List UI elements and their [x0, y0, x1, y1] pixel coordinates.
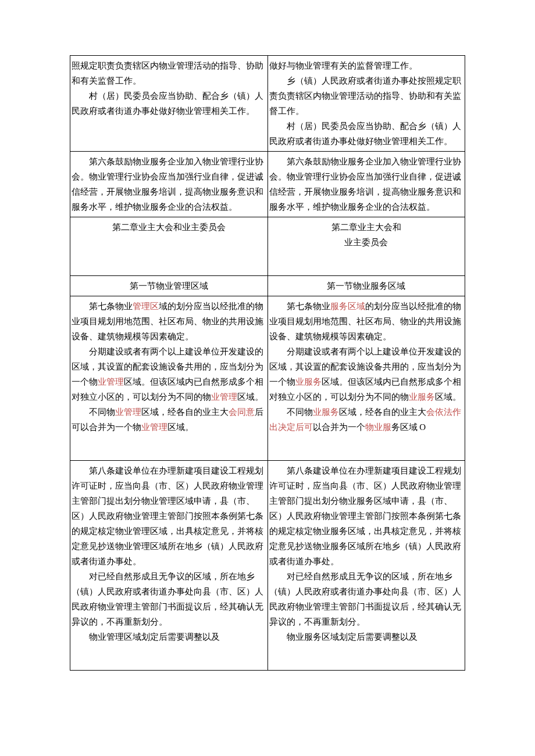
comparison-cell: 第七条物业管理区域的划分应当以经批准的物业项目规划用地范围、社区布局、物业的共用…	[70, 296, 268, 461]
comparison-cell: 第六条鼓励物业服务企业加入物业管理行业协会。物业管理行业协会应当加强行业自律，促…	[70, 152, 268, 217]
paragraph: 对已经自然形成且无争议的区域，所在地乡（镇）人民政府或者街道办事处向县（市、区）…	[269, 569, 464, 629]
text-run: 第一节物业管理区域	[130, 281, 208, 291]
comparison-cell: 第八条建设单位在办理新建项目建设工程规划许可证时，应当向县（市、区）人民政府物业…	[70, 461, 268, 671]
text-run: 第八条建设单位在办理新建项目建设工程规划许可证时，应当向县（市、区）人民政府物业…	[269, 466, 461, 566]
paragraph: 对已经自然形成且无争议的区域，所在地乡（镇）人民政府或者街道办事处向县（市、区）…	[72, 569, 266, 629]
comparison-cell: 第一节物业服务区域	[268, 276, 465, 296]
paragraph: 第七条物业管理区域的划分应当以经批准的物业项目规划用地范围、社区布局、物业的共用…	[72, 299, 266, 344]
table-row: 第八条建设单位在办理新建项目建设工程规划许可证时，应当向县（市、区）人民政府物业…	[70, 461, 465, 671]
paragraph: 第八条建设单位在办理新建项目建设工程规划许可证时，应当向县（市、区）人民政府物业…	[269, 463, 464, 569]
text-run: 区域。	[167, 422, 194, 432]
text-run: 村（居）民委员会应当协助、配合乡（镇）人民政府或者街道办事处做好物业管理相关工作…	[72, 91, 263, 116]
comparison-cell: 照规定职责负责辖区内物业管理活动的指导、协助和有关监督工作。村（居）民委员会应当…	[70, 56, 268, 152]
paragraph: 村（居）民委员会应当协助、配合乡（镇）人民政府或者街道办事处做好物业管理相关工作…	[72, 88, 266, 119]
text-run: 第七条物业	[89, 302, 133, 311]
comparison-table: 照规定职责负责辖区内物业管理活动的指导、协助和有关监督工作。村（居）民委员会应当…	[70, 55, 465, 671]
text-run: 第六条鼓励物业服务企业加入物业管理行业协会。物业管理行业协会应当加强行业自律，促…	[72, 157, 263, 212]
paragraph: 不同物业管理区域，经各自的业主大会同意后可以合并为一个物业管理区域。	[72, 404, 266, 435]
paragraph: 业主委员会	[269, 235, 464, 250]
comparison-table-body: 照规定职责负责辖区内物业管理活动的指导、协助和有关监督工作。村（居）民委员会应当…	[70, 56, 465, 671]
text-run: 第二章业主大会和	[331, 223, 401, 232]
text-run: 会同意	[229, 407, 255, 417]
text-run: 第七条物业	[287, 302, 330, 311]
text-run: 业服务	[313, 407, 339, 417]
paragraph: 第六条鼓励物业服务企业加入物业管理行业协会。物业管理行业协会应当加强行业自律，促…	[72, 154, 266, 214]
comparison-cell: 第二章业主大会和业主委员会	[268, 217, 465, 276]
comparison-cell: 第八条建设单位在办理新建项目建设工程规划许可证时，应当向县（市、区）人民政府物业…	[268, 461, 465, 671]
comparison-cell: 第一节物业管理区域	[70, 276, 268, 296]
table-row: 第一节物业管理区域第一节物业服务区域	[70, 276, 465, 296]
text-run: 服务区域	[330, 302, 365, 311]
paragraph: 第八条建设单位在办理新建项目建设工程规划许可证时，应当向县（市、区）人民政府物业…	[72, 463, 266, 569]
comparison-cell: 第六条鼓励物业服务企业加入物业管理行业协会。物业管理行业协会应当加强行业自律，促…	[268, 152, 465, 217]
table-row: 第二章业主大会和业主委员会第二章业主大会和业主委员会	[70, 217, 465, 276]
text-run: 务区域 O	[391, 422, 426, 432]
text-run: 第八条建设单位在办理新建项目建设工程规划许可证时，应当向县（市、区）人民政府物业…	[72, 466, 263, 566]
paragraph: 分期建设或者有两个以上建设单位开发建设的区域，其设置的配套设施设备共用的，应当划…	[72, 344, 266, 404]
text-run: 物业服	[365, 422, 391, 432]
text-run: 区域，经各自的业主大	[339, 407, 426, 417]
text-run: 对已经自然形成且无争议的区域，所在地乡（镇）人民政府或者街道办事处向县（市、区）…	[269, 572, 461, 626]
paragraph: 村（居）民委员会应当协助、配合乡（镇）人民政府或者街道办事处做好物业管理相关工作…	[269, 119, 464, 149]
comparison-cell: 第二章业主大会和业主委员会	[70, 217, 268, 276]
table-row: 照规定职责负责辖区内物业管理活动的指导、协助和有关监督工作。村（居）民委员会应当…	[70, 56, 465, 152]
comparison-cell: 第七条物业服务区域的划分应当以经批准的物业项目规划用地范围、社区布局、物业的共用…	[268, 296, 465, 461]
table-row: 第六条鼓励物业服务企业加入物业管理行业协会。物业管理行业协会应当加强行业自律，促…	[70, 152, 465, 217]
text-run: 业管理	[141, 422, 167, 432]
text-run: 不同物	[89, 407, 115, 417]
text-run: 业主委员会	[344, 238, 388, 247]
paragraph: 乡（镇）人民政府或者街道办事处按照规定职责负责辖区内物业管理活动的指导、协助和有…	[269, 73, 464, 119]
text-run: 区域，经各自的业主大	[141, 407, 229, 417]
paragraph: 第一节物业管理区域	[72, 278, 266, 293]
text-run: 第二章业主大会和业主委员会	[112, 223, 226, 232]
text-run: 业管理	[98, 377, 124, 386]
text-run: 不同物	[287, 407, 313, 417]
text-run: 业管理	[115, 407, 141, 417]
text-run: 以合并为一个	[313, 422, 365, 432]
paragraph: 照规定职责负责辖区内物业管理活动的指导、协助和有关监督工作。	[72, 58, 266, 88]
paragraph: 物业管理区域划定后需要调整以及	[72, 629, 266, 644]
text-run: 做好与物业管理有关的监督管理工作。	[269, 61, 418, 70]
paragraph: 第二章业主大会和	[269, 220, 464, 235]
paragraph: 第七条物业服务区域的划分应当以经批准的物业项目规划用地范围、社区布局、物业的共用…	[269, 299, 464, 344]
text-run: 区域。	[435, 392, 461, 402]
table-row: 第七条物业管理区域的划分应当以经批准的物业项目规划用地范围、社区布局、物业的共用…	[70, 296, 465, 461]
text-run: 乡（镇）人民政府或者街道办事处按照规定职责负责辖区内物业管理活动的指导、协助和有…	[269, 76, 461, 116]
text-run: 业管理	[211, 392, 237, 402]
paragraph: 物业服务区域划定后需要调整以及	[269, 629, 464, 644]
text-run: 管理区	[133, 302, 159, 311]
paragraph: 第一节物业服务区域	[269, 278, 464, 293]
paragraph: 第六条鼓励物业服务企业加入物业管理行业协会。物业管理行业协会应当加强行业自律，促…	[269, 154, 464, 214]
text-run: 对已经自然形成且无争议的区域，所在地乡（镇）人民政府或者街道办事处向县（市、区）…	[72, 572, 263, 626]
paragraph: 做好与物业管理有关的监督管理工作。	[269, 58, 464, 73]
text-run: 第六条鼓励物业服务企业加入物业管理行业协会。物业管理行业协会应当加强行业自律，促…	[269, 157, 461, 212]
text-run: 物业管理区域划定后需要调整以及	[89, 632, 220, 642]
text-run: 照规定职责负责辖区内物业管理活动的指导、协助和有关监督工作。	[72, 61, 263, 85]
text-run: 区域。	[237, 392, 263, 402]
text-run: 物业服务区域划定后需要调整以及	[287, 632, 418, 642]
paragraph: 分期建设或者有两个以上建设单位开发建设的区域，其设置的配套设施设备共用的，应当划…	[269, 344, 464, 404]
comparison-cell: 做好与物业管理有关的监督管理工作。乡（镇）人民政府或者街道办事处按照规定职责负责…	[268, 56, 465, 152]
paragraph: 第二章业主大会和业主委员会	[72, 220, 266, 235]
document-page: 照规定职责负责辖区内物业管理活动的指导、协助和有关监督工作。村（居）民委员会应当…	[0, 0, 535, 756]
paragraph: 不同物业服务区域，经各自的业主大会依法作出决定后可以合并为一个物业服务区域 O	[269, 404, 464, 435]
text-run: 业服务	[409, 392, 435, 402]
text-run: 业服务	[295, 377, 322, 386]
text-run: 第一节物业服务区域	[327, 281, 405, 291]
text-run: 村（居）民委员会应当协助、配合乡（镇）人民政府或者街道办事处做好物业管理相关工作…	[269, 121, 461, 146]
